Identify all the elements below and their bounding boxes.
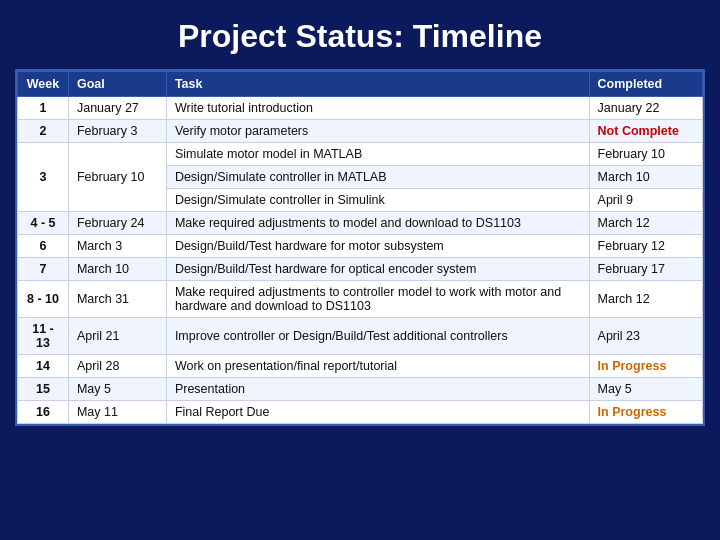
table-row: 15May 5PresentationMay 5: [18, 378, 703, 401]
cell-goal: March 3: [68, 235, 166, 258]
cell-week: 7: [18, 258, 69, 281]
cell-task: Make required adjustments to model and d…: [166, 212, 589, 235]
cell-week: 6: [18, 235, 69, 258]
header-week: Week: [18, 72, 69, 97]
table-row: 7March 10Design/Build/Test hardware for …: [18, 258, 703, 281]
timeline-table: Week Goal Task Completed 1January 27Writ…: [17, 71, 703, 424]
cell-task: Final Report Due: [166, 401, 589, 424]
cell-task: Design/Simulate controller in Simulink: [166, 189, 589, 212]
cell-week: 3: [18, 143, 69, 212]
table-body: 1January 27Write tutorial introductionJa…: [18, 97, 703, 424]
cell-completed: March 12: [589, 281, 702, 318]
page-title: Project Status: Timeline: [0, 0, 720, 69]
table-row: 1January 27Write tutorial introductionJa…: [18, 97, 703, 120]
cell-goal: April 28: [68, 355, 166, 378]
header-completed: Completed: [589, 72, 702, 97]
cell-completed: In Progress: [589, 355, 702, 378]
cell-week: 1: [18, 97, 69, 120]
cell-task: Work on presentation/final report/tutori…: [166, 355, 589, 378]
cell-task: Design/Build/Test hardware for optical e…: [166, 258, 589, 281]
cell-task: Write tutorial introduction: [166, 97, 589, 120]
cell-week: 8 - 10: [18, 281, 69, 318]
table-row: 2February 3Verify motor parametersNot Co…: [18, 120, 703, 143]
cell-task: Verify motor parameters: [166, 120, 589, 143]
cell-completed: March 10: [589, 166, 702, 189]
header-goal: Goal: [68, 72, 166, 97]
cell-week: 2: [18, 120, 69, 143]
cell-completed: February 10: [589, 143, 702, 166]
cell-goal: March 10: [68, 258, 166, 281]
cell-task: Improve controller or Design/Build/Test …: [166, 318, 589, 355]
cell-completed: February 12: [589, 235, 702, 258]
cell-completed: May 5: [589, 378, 702, 401]
table-row: 4 - 5February 24Make required adjustment…: [18, 212, 703, 235]
cell-goal: February 24: [68, 212, 166, 235]
cell-task: Presentation: [166, 378, 589, 401]
cell-week: 11 - 13: [18, 318, 69, 355]
table-row: 16May 11Final Report DueIn Progress: [18, 401, 703, 424]
cell-week: 15: [18, 378, 69, 401]
cell-completed: April 23: [589, 318, 702, 355]
cell-goal: January 27: [68, 97, 166, 120]
cell-goal: February 10: [68, 143, 166, 212]
cell-goal: March 31: [68, 281, 166, 318]
table-row: 14April 28Work on presentation/final rep…: [18, 355, 703, 378]
table-header-row: Week Goal Task Completed: [18, 72, 703, 97]
table-row: 11 - 13April 21Improve controller or Des…: [18, 318, 703, 355]
cell-completed: March 12: [589, 212, 702, 235]
cell-task: Design/Build/Test hardware for motor sub…: [166, 235, 589, 258]
cell-week: 14: [18, 355, 69, 378]
cell-task: Make required adjustments to controller …: [166, 281, 589, 318]
header-task: Task: [166, 72, 589, 97]
cell-week: 4 - 5: [18, 212, 69, 235]
cell-goal: April 21: [68, 318, 166, 355]
cell-completed: April 9: [589, 189, 702, 212]
cell-week: 16: [18, 401, 69, 424]
cell-goal: May 5: [68, 378, 166, 401]
cell-completed: In Progress: [589, 401, 702, 424]
table-row: 6March 3Design/Build/Test hardware for m…: [18, 235, 703, 258]
cell-completed: January 22: [589, 97, 702, 120]
cell-completed: Not Complete: [589, 120, 702, 143]
cell-completed: February 17: [589, 258, 702, 281]
cell-goal: February 3: [68, 120, 166, 143]
timeline-table-wrapper: Week Goal Task Completed 1January 27Writ…: [15, 69, 705, 426]
cell-task: Design/Simulate controller in MATLAB: [166, 166, 589, 189]
cell-goal: May 11: [68, 401, 166, 424]
table-row: 3February 10Simulate motor model in MATL…: [18, 143, 703, 166]
cell-task: Simulate motor model in MATLAB: [166, 143, 589, 166]
table-row: 8 - 10March 31Make required adjustments …: [18, 281, 703, 318]
